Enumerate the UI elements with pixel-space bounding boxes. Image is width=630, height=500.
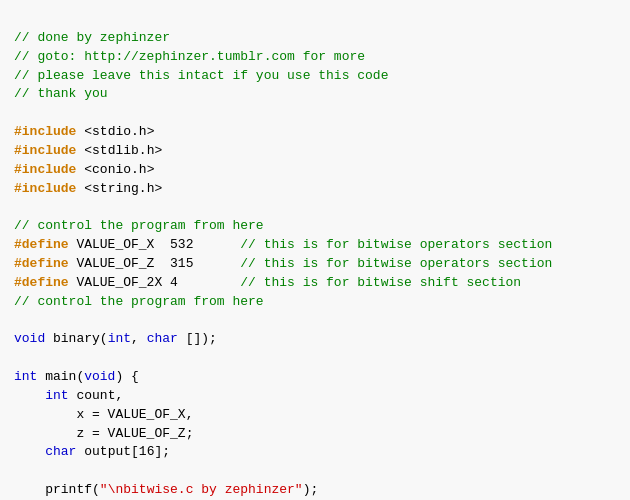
code-token: printf( <box>14 482 100 497</box>
code-token: ); <box>303 482 319 497</box>
code-line: int main(void) { <box>14 368 616 387</box>
code-token: output[16]; <box>76 444 170 459</box>
code-token: void <box>84 369 115 384</box>
code-token: <stdlib.h> <box>76 143 162 158</box>
code-line: #include <conio.h> <box>14 161 616 180</box>
code-token: // goto: http://zephinzer.tumblr.com for… <box>14 49 365 64</box>
code-line <box>14 312 616 331</box>
code-line: z = VALUE_OF_Z; <box>14 425 616 444</box>
code-token: char <box>45 444 76 459</box>
code-line: // control the program from here <box>14 293 616 312</box>
code-line <box>14 462 616 481</box>
code-line: #define VALUE_OF_Z 315 // this is for bi… <box>14 255 616 274</box>
code-token: VALUE_OF_Z 315 <box>69 256 241 271</box>
code-line: #define VALUE_OF_2X 4 // this is for bit… <box>14 274 616 293</box>
code-line: #include <stdlib.h> <box>14 142 616 161</box>
code-token <box>14 444 45 459</box>
code-token: int <box>14 369 37 384</box>
code-line <box>14 104 616 123</box>
code-token: #define <box>14 275 69 290</box>
code-token: // thank you <box>14 86 108 101</box>
code-token: int <box>108 331 131 346</box>
code-token: #include <box>14 181 76 196</box>
code-token: // please leave this intact if you use t… <box>14 68 388 83</box>
code-token: // this is for bitwise shift section <box>240 275 521 290</box>
code-token: VALUE_OF_2X 4 <box>69 275 241 290</box>
code-token: z = VALUE_OF_Z; <box>14 426 193 441</box>
code-token: <stdio.h> <box>76 124 154 139</box>
code-token: <conio.h> <box>76 162 154 177</box>
code-line: // thank you <box>14 85 616 104</box>
code-token: // control the program from here <box>14 218 264 233</box>
code-token <box>14 388 45 403</box>
code-container: // done by zephinzer// goto: http://zeph… <box>14 10 616 500</box>
code-line: char output[16]; <box>14 443 616 462</box>
code-token: // done by zephinzer <box>14 30 170 45</box>
code-token: #define <box>14 237 69 252</box>
code-token: VALUE_OF_X 532 <box>69 237 241 252</box>
code-token: , <box>131 331 147 346</box>
code-line: #include <string.h> <box>14 180 616 199</box>
code-line: // done by zephinzer <box>14 29 616 48</box>
code-line: x = VALUE_OF_X, <box>14 406 616 425</box>
code-token: char <box>147 331 178 346</box>
code-token: []); <box>178 331 217 346</box>
code-token: #include <box>14 124 76 139</box>
code-token: // this is for bitwise operators section <box>240 237 552 252</box>
code-line: int count, <box>14 387 616 406</box>
code-token: // control the program from here <box>14 294 264 309</box>
code-token: <string.h> <box>76 181 162 196</box>
code-line: // please leave this intact if you use t… <box>14 67 616 86</box>
code-line: printf("\nbitwise.c by zephinzer"); <box>14 481 616 500</box>
code-token: x = VALUE_OF_X, <box>14 407 193 422</box>
code-token: #include <box>14 143 76 158</box>
code-line: #include <stdio.h> <box>14 123 616 142</box>
code-token: int <box>45 388 68 403</box>
code-line: // goto: http://zephinzer.tumblr.com for… <box>14 48 616 67</box>
code-line <box>14 349 616 368</box>
code-line: // control the program from here <box>14 217 616 236</box>
code-token: void <box>14 331 45 346</box>
code-token: #include <box>14 162 76 177</box>
code-token: count, <box>69 388 124 403</box>
code-token: ) { <box>115 369 138 384</box>
code-token: "\nbitwise.c by zephinzer" <box>100 482 303 497</box>
code-token: binary( <box>45 331 107 346</box>
code-token: main( <box>37 369 84 384</box>
code-line: void binary(int, char []); <box>14 330 616 349</box>
code-line <box>14 198 616 217</box>
code-token: // this is for bitwise operators section <box>240 256 552 271</box>
code-token: #define <box>14 256 69 271</box>
code-line: #define VALUE_OF_X 532 // this is for bi… <box>14 236 616 255</box>
